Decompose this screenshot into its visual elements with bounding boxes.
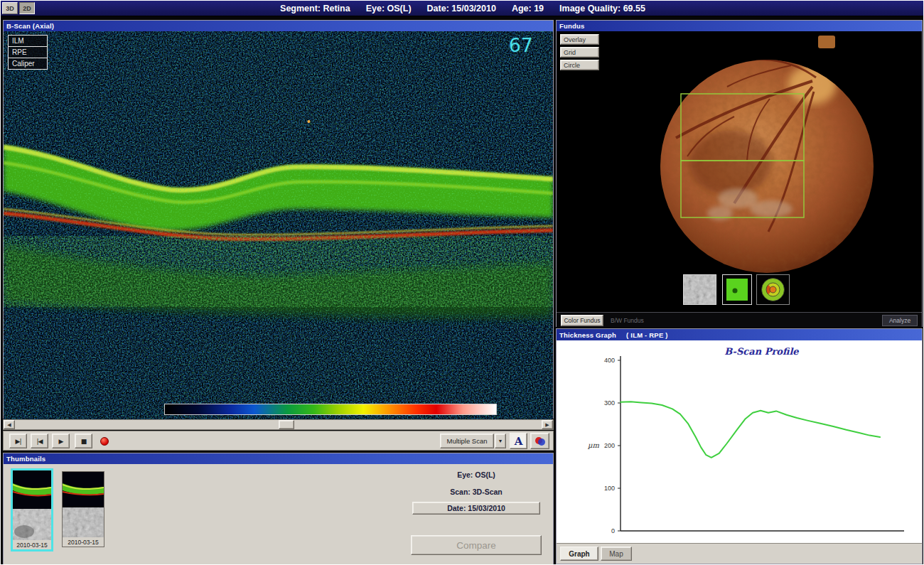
- multiple-scan-button[interactable]: Multiple Scan: [440, 434, 494, 448]
- caliper-button[interactable]: Caliper: [8, 58, 48, 70]
- layer-button-group: ILM RPE Caliper: [8, 36, 48, 70]
- scan-thumbnail-selected[interactable]: 2010-03-15: [11, 468, 53, 551]
- thumbnail-date: 2010-03-15: [63, 537, 104, 547]
- grid-button[interactable]: Grid: [560, 47, 599, 58]
- thumbnail-fundus-gray: [13, 509, 51, 540]
- view-mode-tabs: 3D 2D: [2, 2, 35, 14]
- svg-text:200: 200: [604, 442, 615, 449]
- info-date-button[interactable]: Date: 15/03/2010: [412, 502, 540, 515]
- bscan-image: [4, 31, 553, 419]
- projection-thumbnail[interactable]: [683, 274, 716, 305]
- frame-number: 67: [509, 34, 533, 56]
- thickness-title-range: ( ILM - RPE ): [626, 331, 668, 339]
- thumbnail-oct-image: [63, 472, 104, 507]
- playback-toolbar: ▶| |◀ ▶ ■ Multiple Scan ▼ A: [3, 431, 554, 451]
- play-button[interactable]: ▶: [52, 434, 70, 448]
- thickness-graph-panel: Thickness Graph ( ILM - RPE ) B-Scan Pro…: [556, 328, 923, 564]
- oct-application-window: 3D 2D Segment: Retina Eye: OS(L) Date: 1…: [0, 0, 924, 565]
- etdrs-grid-thumbnail[interactable]: [756, 274, 790, 305]
- svg-text:400: 400: [604, 357, 615, 364]
- scan-thumbnail[interactable]: 2010-03-15: [62, 471, 104, 547]
- thickness-panel-title: Thickness Graph ( ILM - RPE ): [557, 329, 922, 340]
- color-adjust-icon: [534, 436, 547, 447]
- thumbnail-oct-image: [13, 470, 51, 509]
- patient-info-bar: 3D 2D Segment: Retina Eye: OS(L) Date: 1…: [1, 1, 924, 16]
- tab-graph[interactable]: Graph: [560, 547, 598, 561]
- color-adjust-button[interactable]: [530, 433, 549, 449]
- bscan-scrollbar[interactable]: ◀ ▶: [3, 419, 554, 430]
- color-fundus-button[interactable]: Color Fundus: [561, 315, 603, 326]
- compare-button[interactable]: Compare: [411, 535, 542, 555]
- svg-text:300: 300: [604, 399, 615, 407]
- rpe-button[interactable]: RPE: [8, 46, 48, 58]
- thumbnails-panel: Thumbnails 2010-03-15: [3, 453, 554, 564]
- tab-map[interactable]: Map: [601, 547, 632, 561]
- segment-label: Segment: Retina: [280, 4, 350, 14]
- scan-info-block: Eye: OS(L) Scan: 3D-Scan Date: 15/03/201…: [387, 464, 565, 565]
- fundus-panel: Fundus: [556, 20, 923, 327]
- thickness-profile-chart: 0100200300400µm: [557, 340, 923, 543]
- circle-button[interactable]: Circle: [560, 60, 599, 70]
- bw-fundus-button[interactable]: B/W Fundus: [611, 317, 644, 324]
- fundus-footer: Color Fundus B/W Fundus Analyze: [557, 312, 922, 328]
- intensity-colorbar: [164, 404, 497, 415]
- tab-3d[interactable]: 3D: [2, 2, 18, 14]
- thumbnails-panel-title: Thumbnails: [4, 453, 553, 464]
- bscan-viewport[interactable]: ILM RPE Caliper 67: [4, 31, 553, 419]
- bright-spec: [307, 120, 310, 123]
- age-label: Age: 19: [512, 4, 544, 14]
- analyze-button[interactable]: Analyze: [882, 315, 918, 326]
- thumbnail-fundus-gray: [63, 507, 104, 537]
- thumbnails-body: 2010-03-15 2010-03-15 Eye: OS(L) Scan: 3…: [4, 464, 553, 565]
- ilm-button[interactable]: ILM: [8, 35, 48, 47]
- fundus-mini-thumbnails: [557, 274, 922, 306]
- thickness-tabs: Graph Map: [557, 543, 922, 564]
- record-button[interactable]: [100, 437, 109, 446]
- chevron-down-icon[interactable]: ▼: [495, 434, 506, 448]
- chart-title: B-Scan Profile: [621, 346, 903, 357]
- overlay-button[interactable]: Overlay: [560, 34, 599, 45]
- fundus-viewport[interactable]: Overlay Grid Circle: [557, 31, 922, 328]
- info-scan: Scan: 3D-Scan: [387, 488, 565, 496]
- fundus-panel-title: Fundus: [557, 21, 922, 31]
- thickness-title-main: Thickness Graph: [559, 331, 616, 339]
- scroll-left-icon[interactable]: ◀: [4, 420, 15, 429]
- scrollbar-track[interactable]: [15, 420, 542, 429]
- stop-button[interactable]: ■: [75, 434, 92, 448]
- svg-text:µm: µm: [587, 441, 599, 450]
- date-label: Date: 15/03/2010: [427, 4, 496, 14]
- image-quality-label: Image Quality: 69.55: [559, 4, 645, 14]
- svg-text:0: 0: [611, 527, 615, 534]
- step-start-button[interactable]: |◀: [31, 434, 48, 448]
- exam-summary-text: Segment: Retina Eye: OS(L) Date: 15/03/2…: [1, 1, 924, 16]
- svg-text:100: 100: [604, 485, 615, 492]
- scroll-right-icon[interactable]: ▶: [542, 420, 553, 429]
- bscan-panel-title: B-Scan (Axial): [4, 21, 553, 31]
- fundus-notch: [818, 36, 835, 48]
- tab-2d[interactable]: 2D: [19, 2, 35, 14]
- fundus-button-group: Overlay Grid Circle: [560, 34, 599, 70]
- annotation-button[interactable]: A: [510, 433, 527, 449]
- step-end-button[interactable]: ▶|: [9, 434, 27, 448]
- thickness-map-thumbnail[interactable]: [722, 274, 752, 305]
- bscan-panel: B-Scan (Axial): [3, 20, 554, 419]
- thickness-graph-area: B-Scan Profile 0100200300400µm: [557, 340, 922, 543]
- thumbnail-date: 2010-03-15: [13, 540, 51, 549]
- scrollbar-thumb[interactable]: [279, 420, 294, 429]
- info-eye: Eye: OS(L): [387, 470, 565, 479]
- eye-label: Eye: OS(L): [366, 4, 412, 14]
